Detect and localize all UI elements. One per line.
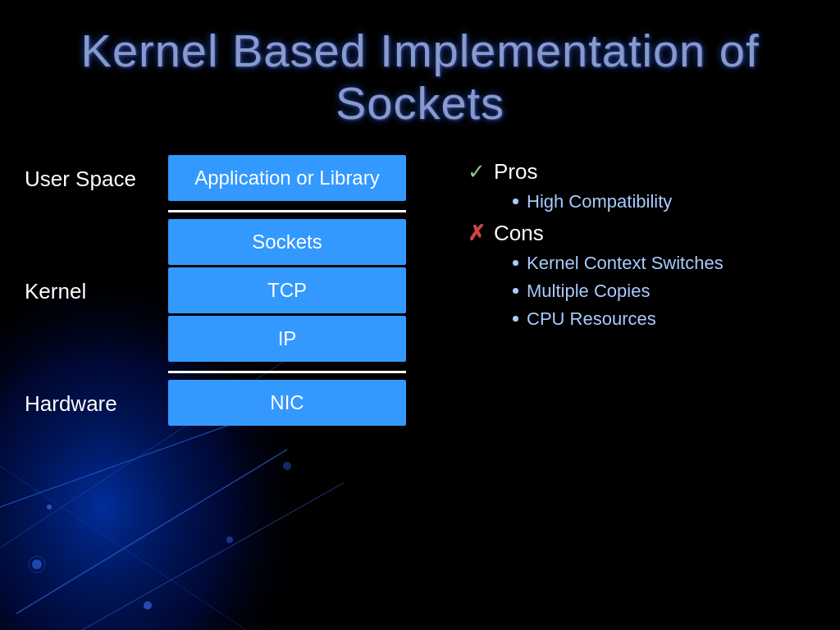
kernel-stack: Sockets TCP IP xyxy=(168,219,406,364)
user-space-row: User Space Application or Library xyxy=(25,155,443,203)
bullet-dot-2 xyxy=(513,260,518,266)
pros-label: Pros xyxy=(494,159,537,185)
separator-top xyxy=(168,210,406,212)
kernel-row: Kernel Sockets TCP IP xyxy=(25,219,443,364)
diagram-inner: User Space Application or Library Kernel… xyxy=(25,155,443,428)
kernel-label: Kernel xyxy=(25,279,168,304)
hardware-stack: NIC xyxy=(168,380,406,428)
user-space-label: User Space xyxy=(25,167,168,192)
bullet-dot-4 xyxy=(513,316,518,322)
hardware-label: Hardware xyxy=(25,391,168,417)
title-area: Kernel Based Implementation of Sockets xyxy=(0,0,840,147)
tcp-box: TCP xyxy=(168,267,406,313)
separator-bottom xyxy=(168,371,406,373)
app-box-container: Application or Library xyxy=(168,155,406,203)
hardware-row: Hardware NIC xyxy=(25,380,443,428)
cons-item-2: Multiple Copies xyxy=(513,281,840,302)
cons-item-text-1: Kernel Context Switches xyxy=(527,253,724,274)
bullet-dot-1 xyxy=(513,199,518,204)
application-box: Application or Library xyxy=(168,155,406,201)
cons-item-1: Kernel Context Switches xyxy=(513,253,840,274)
ip-box: IP xyxy=(168,316,406,362)
bullet-dot-3 xyxy=(513,288,518,294)
title-line1: Kernel Based Implementation of xyxy=(81,25,760,76)
pros-cons-section: ✓ Pros High Compatibility ✗ Cons Kernel … xyxy=(443,155,840,428)
check-icon: ✓ xyxy=(468,159,486,185)
cons-item-3: CPU Resources xyxy=(513,308,840,330)
cons-item-text-2: Multiple Copies xyxy=(527,281,650,302)
cons-label: Cons xyxy=(494,221,544,246)
main-layout: User Space Application or Library Kernel… xyxy=(0,155,840,428)
cross-icon: ✗ xyxy=(468,221,486,246)
sockets-box: Sockets xyxy=(168,219,406,265)
cons-header: ✗ Cons xyxy=(468,221,840,246)
diagram-section: User Space Application or Library Kernel… xyxy=(16,155,443,428)
title-line2: Sockets xyxy=(336,77,504,129)
nic-box: NIC xyxy=(168,380,406,426)
pros-item-1: High Compatibility xyxy=(513,191,840,212)
pros-header: ✓ Pros xyxy=(468,159,840,185)
cons-item-text-3: CPU Resources xyxy=(527,308,656,330)
main-title: Kernel Based Implementation of Sockets xyxy=(0,25,840,130)
pros-item-text-1: High Compatibility xyxy=(527,191,672,212)
cons-block: ✗ Cons Kernel Context Switches Multiple … xyxy=(468,221,840,330)
